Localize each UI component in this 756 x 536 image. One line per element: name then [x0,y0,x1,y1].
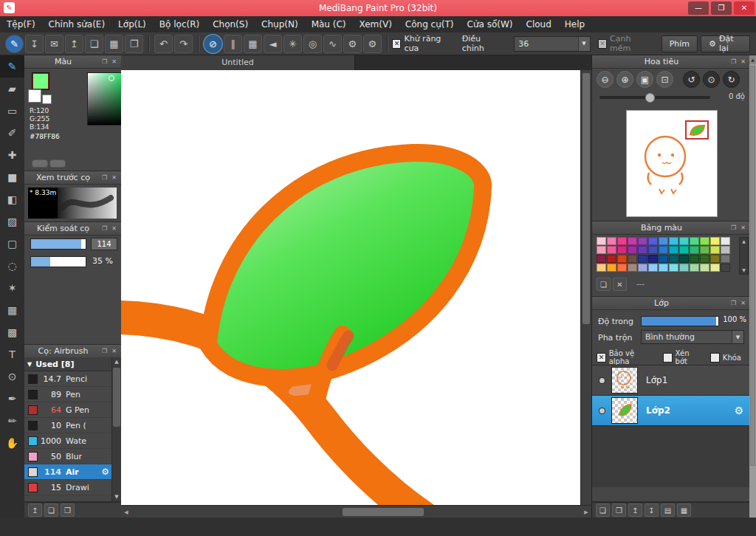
reset-button[interactable]: ⚙ Đặt lại [701,35,750,52]
zoom-slider-handle[interactable] [645,93,655,103]
palette-swatch[interactable] [659,246,668,254]
palette-swatch[interactable] [638,246,647,254]
brush-size-slider[interactable] [30,238,86,250]
undo-icon[interactable]: ↶ [154,35,173,53]
palette-swatch[interactable] [669,237,678,245]
cross-snap-icon[interactable]: ▦ [244,35,262,53]
drawing-canvas[interactable] [121,70,580,505]
delete-color-button[interactable]: ✕ [613,278,627,291]
document-tab[interactable]: Untitled [121,55,355,70]
radial-snap-icon[interactable]: ✳ [284,35,302,53]
brush-item[interactable]: 10Pen ( [24,418,112,433]
palette-swatch[interactable] [669,246,678,254]
new-layer-button[interactable]: ❏ [596,504,610,517]
palette-swatch[interactable] [628,255,637,263]
layer-settings-gear-icon[interactable]: ⚙ [734,405,743,416]
concentric-snap-icon[interactable]: ◎ [303,35,322,53]
scrollbar-handle[interactable] [750,66,755,466]
brush-item[interactable]: 1000Wate [24,433,112,449]
scroll-right-icon[interactable] [581,506,591,518]
scrollbar-handle[interactable] [113,368,120,427]
brush-item[interactable]: 114Air⚙ [24,464,112,480]
palette-swatch[interactable] [700,237,709,245]
new-color-button[interactable]: ❏ [597,278,611,291]
close-panel-icon[interactable]: ✕ [738,299,748,308]
zoom-in-button[interactable]: ⊕ [616,71,633,88]
key-button[interactable]: Phím [662,35,698,52]
palette-swatch[interactable] [638,237,647,245]
antialias-option[interactable]: Khử răng cưa [392,34,456,53]
palette-swatch[interactable] [700,246,709,254]
zoom-tool[interactable]: ⊙ [0,365,24,388]
close-panel-icon[interactable]: ✕ [109,224,119,233]
palette-swatch[interactable] [617,255,627,263]
palette-swatch[interactable] [721,237,730,245]
pencil-tool[interactable]: ✏ [0,410,24,432]
eyedropper-tool[interactable]: ✒ [0,388,24,410]
palette-swatch[interactable] [690,264,699,272]
merge-layer-button[interactable]: ▦ [677,504,691,517]
vanishing-snap-icon[interactable]: ◄ [264,35,282,53]
eraser-tool[interactable]: ▰ [0,78,24,100]
palette-swatch[interactable] [628,237,637,245]
lock-option[interactable]: Khóa [710,353,741,363]
paint-tool-icon[interactable]: ✎ [5,35,24,53]
palette-swatch[interactable] [648,246,658,254]
menu-item-8[interactable]: Công cụ(T) [399,16,461,32]
gradient-tool[interactable]: ▨ [0,210,24,233]
palette-swatch[interactable] [597,264,606,272]
canvas-vertical-scrollbar[interactable] [580,70,592,505]
color-mode-button-2[interactable] [49,159,66,168]
brush-opacity-slider[interactable] [30,256,86,267]
transparent-color-swatch[interactable] [42,95,52,104]
stamp-tool[interactable]: ▩ [0,321,24,343]
palette-swatch[interactable] [679,255,689,263]
bucket-tool[interactable]: ◧ [0,188,24,210]
palette-swatch[interactable] [710,237,720,245]
palette-swatch[interactable] [607,264,616,272]
brush-item[interactable]: 14.7Penci [24,371,112,387]
scroll-up-icon[interactable]: ▲ [112,357,121,366]
background-color-swatch[interactable] [28,89,41,103]
lasso-tool[interactable]: ◌ [0,255,24,277]
alpha-protect-option[interactable]: Bảo vệ alpha [597,349,656,365]
palette-swatch[interactable] [638,255,647,263]
color-mode-button[interactable] [32,159,48,168]
lock-checkbox[interactable] [710,353,720,363]
pattern-tool[interactable]: ▦ [0,299,24,321]
undock-panel-icon[interactable]: ❐ [729,224,738,233]
parallel-snap-icon[interactable]: ∥ [224,35,242,53]
palette-swatch[interactable] [721,246,730,254]
scroll-left-icon[interactable] [121,506,131,518]
layer-visibility-dot[interactable] [599,408,605,413]
zoom-out-button[interactable]: ⊖ [597,71,614,88]
reset-view-button[interactable]: ⊙ [703,71,720,88]
rotate-left-button[interactable]: ↺ [683,71,700,88]
palette-swatch[interactable] [679,246,689,254]
pen-tool[interactable]: ✐ [0,122,24,144]
menu-item-5[interactable]: Chụp(N) [255,16,305,32]
layer-row[interactable]: Lớp2⚙ [592,396,750,426]
brush-settings-gear-icon[interactable]: ⚙ [363,35,382,53]
navigator-thumbnail[interactable] [626,110,718,217]
save-icon[interactable]: ↧ [25,35,44,53]
snap-settings-gear-icon[interactable]: ⚙ [343,35,362,53]
canvas-horizontal-scrollbar[interactable] [121,505,591,518]
import-brush-button[interactable]: ↥ [28,504,42,517]
palette-swatch[interactable] [607,237,616,245]
layer-opacity-slider[interactable] [641,316,719,326]
menu-item-2[interactable]: Lớp(L) [111,16,153,32]
palette-swatch[interactable] [617,246,627,254]
palette-scrollbar[interactable]: ▲ ▼ [739,237,749,275]
text-tool[interactable]: T [0,343,24,365]
maximize-button[interactable]: ❐ [711,1,732,15]
palette-swatch[interactable] [597,237,606,245]
actual-size-button[interactable]: ⊡ [656,71,673,88]
palette-swatch[interactable] [700,255,709,263]
scroll-down-icon[interactable]: ▼ [740,267,748,274]
scrollbar-handle[interactable] [343,508,424,516]
menu-item-10[interactable]: Cloud [520,16,558,32]
palette-swatch[interactable] [721,264,730,272]
redo-icon[interactable]: ↷ [174,35,193,53]
brush-settings-gear-icon[interactable]: ⚙ [101,467,109,477]
